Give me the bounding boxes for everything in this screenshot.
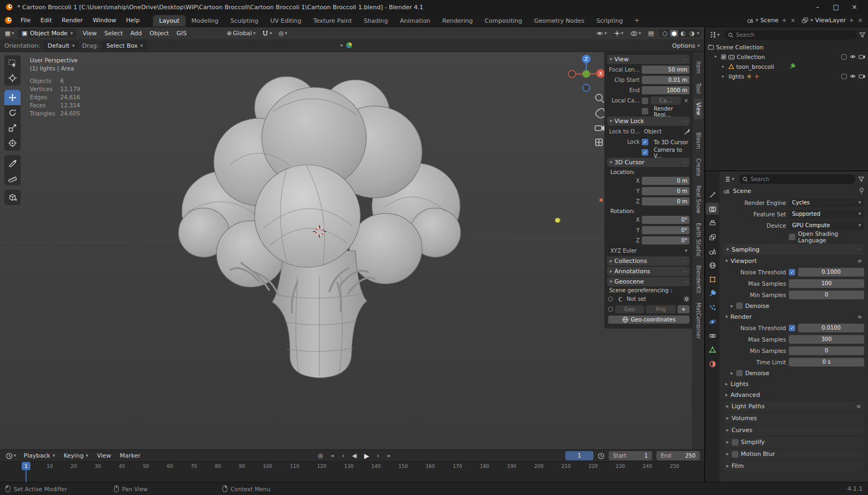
tab-world-properties[interactable] bbox=[706, 259, 719, 271]
eye-icon[interactable] bbox=[850, 74, 856, 79]
view-lock-panel-header[interactable]: ▾View Lock···· bbox=[607, 117, 690, 126]
expand-icon[interactable]: ▸ bbox=[722, 74, 726, 79]
cursor-rotation-x[interactable]: 0° bbox=[642, 216, 690, 224]
volumes-panel[interactable]: ▸Volumes bbox=[723, 413, 864, 423]
area-light-dot[interactable] bbox=[555, 218, 560, 223]
viewport-noise-field[interactable]: 0.1000 bbox=[798, 268, 864, 277]
select-box-tool[interactable] bbox=[4, 55, 21, 70]
new-viewlayer-button[interactable]: + bbox=[848, 17, 854, 23]
viewport-noise-checkbox[interactable]: ✓ bbox=[789, 269, 795, 275]
visibility-dropdown[interactable]: ▾ bbox=[595, 30, 609, 36]
previous-keyframe-button[interactable]: ‹ bbox=[340, 452, 346, 459]
simplify-panel[interactable]: ▸Simplify bbox=[723, 437, 864, 447]
add-projection-button[interactable]: + bbox=[678, 305, 690, 313]
add-cube-tool[interactable] bbox=[4, 190, 21, 205]
preview-range-icon[interactable] bbox=[598, 453, 604, 459]
device-dropdown[interactable]: GPU Compute▾ bbox=[789, 221, 864, 230]
shading-wireframe-button[interactable]: ○ bbox=[661, 30, 669, 37]
breadcrumb-scene[interactable]: Scene bbox=[733, 188, 751, 195]
auto-key-toggle[interactable]: ◎ bbox=[316, 452, 325, 459]
workspace-tab[interactable]: Animation bbox=[394, 15, 436, 27]
next-keyframe-button[interactable]: › bbox=[375, 452, 381, 459]
sidebar-tab[interactable]: Tool bbox=[694, 79, 703, 97]
jump-to-end-button[interactable]: » bbox=[385, 452, 392, 459]
clip-start-field[interactable]: 0.01 m bbox=[642, 76, 690, 84]
current-frame-field[interactable]: 1 bbox=[565, 451, 593, 460]
properties-search-input[interactable] bbox=[739, 175, 856, 184]
new-scene-button[interactable]: + bbox=[781, 17, 787, 23]
keying-menu[interactable]: Keying▾ bbox=[61, 451, 91, 460]
film-panel[interactable]: ▸Film bbox=[723, 461, 864, 471]
viewport-menu[interactable]: Object bbox=[146, 29, 173, 38]
sidebar-tab[interactable]: Earth Studio bbox=[694, 219, 703, 260]
sidebar-tab[interactable]: BlenderKit bbox=[694, 261, 703, 297]
crs-radio[interactable] bbox=[608, 297, 613, 301]
viewport-menu[interactable]: Select bbox=[100, 29, 126, 38]
time-limit-field[interactable]: 0 s bbox=[789, 358, 864, 367]
viewport-canvas[interactable]: Z X bbox=[0, 52, 704, 449]
shading-dropdown[interactable]: ▾ bbox=[697, 31, 699, 36]
camera-render-icon[interactable] bbox=[859, 74, 865, 79]
transform-orientation-dropdown[interactable]: ⊕Global▾ bbox=[225, 29, 257, 37]
menubar-menu[interactable]: Render bbox=[57, 15, 88, 25]
unlink-scene-button[interactable]: × bbox=[790, 17, 796, 23]
workspace-tab[interactable]: Shading bbox=[358, 15, 394, 27]
xray-toggle[interactable]: ▤ bbox=[647, 29, 655, 37]
osl-checkbox[interactable] bbox=[789, 234, 795, 240]
jump-to-start-button[interactable]: « bbox=[329, 452, 336, 459]
tab-tool-properties[interactable] bbox=[706, 189, 719, 201]
play-reverse-button[interactable]: ◀ bbox=[350, 452, 358, 459]
add-workspace-button[interactable]: + bbox=[630, 15, 643, 25]
collection-exclude-checkbox[interactable]: ✓ bbox=[721, 54, 726, 60]
transform-tool[interactable] bbox=[4, 136, 21, 151]
workspace-tab[interactable]: Geometry Nodes bbox=[528, 15, 590, 27]
frame-start-field[interactable]: Start1 bbox=[609, 451, 652, 460]
sidebar-tab[interactable]: MatCombiner bbox=[694, 299, 703, 343]
eye-icon[interactable] bbox=[850, 54, 856, 59]
render-denoise-subpanel[interactable]: ▸Denoise bbox=[723, 368, 864, 378]
tab-modifier-properties[interactable] bbox=[706, 287, 719, 299]
lock-to-object-field[interactable]: Object bbox=[642, 127, 682, 136]
workspace-tab[interactable]: Layout bbox=[153, 15, 185, 27]
simplify-checkbox[interactable] bbox=[732, 439, 738, 446]
curves-panel[interactable]: ▸Curves bbox=[723, 425, 864, 435]
workspace-tab[interactable]: Sculpting bbox=[225, 15, 264, 27]
filter-icon[interactable] bbox=[859, 32, 865, 38]
view-menu[interactable]: View bbox=[94, 451, 114, 460]
sampling-panel-header[interactable]: ▾Sampling···· bbox=[723, 244, 864, 255]
filter-icon[interactable] bbox=[858, 176, 864, 182]
expand-icon[interactable]: ▾ bbox=[714, 54, 719, 59]
annotate-tool[interactable] bbox=[4, 155, 21, 170]
tab-scene-properties[interactable] bbox=[706, 245, 719, 257]
options-dropdown[interactable]: Options▾ bbox=[672, 42, 700, 49]
proj-button[interactable]: Proj bbox=[646, 305, 675, 313]
viewport-denoise-checkbox[interactable] bbox=[736, 303, 743, 309]
tab-render-properties[interactable] bbox=[706, 203, 719, 215]
blender-menu-icon[interactable] bbox=[4, 16, 12, 24]
sidebar-tab[interactable]: Blosm bbox=[694, 128, 703, 153]
workspace-tab[interactable]: Texture Paint bbox=[308, 15, 358, 27]
viewport-sampling-subpanel[interactable]: ▾Viewport≡ bbox=[723, 256, 864, 266]
measure-tool[interactable] bbox=[4, 170, 21, 185]
timeline-ruler[interactable]: 1020304050607080901001101201301401501601… bbox=[0, 461, 704, 482]
playhead[interactable]: 1 bbox=[22, 462, 30, 482]
light-dot[interactable] bbox=[599, 198, 603, 202]
sidebar-tab[interactable]: Real Snow bbox=[694, 182, 703, 217]
play-button[interactable]: ▶ bbox=[362, 452, 371, 460]
viewport-popover-toggle[interactable]: ▸ bbox=[341, 42, 353, 49]
orientation-dropdown[interactable]: Default▾ bbox=[43, 41, 79, 50]
tab-constraint-properties[interactable] bbox=[706, 330, 719, 342]
pan-hand-icon[interactable] bbox=[596, 108, 605, 118]
camera-view-icon[interactable] bbox=[595, 126, 604, 131]
sidebar-tab[interactable]: Item bbox=[694, 57, 703, 78]
viewport-min-samples-field[interactable]: 0 bbox=[789, 291, 864, 299]
proportional-editing-toggle[interactable]: ◎▾ bbox=[277, 29, 289, 37]
sidebar-tab[interactable]: View bbox=[694, 99, 703, 119]
preset-menu-icon[interactable]: ≡ bbox=[857, 403, 861, 409]
render-engine-dropdown[interactable]: Cycles▾ bbox=[789, 198, 864, 207]
cursor-rotation-y[interactable]: 0° bbox=[642, 226, 690, 234]
outliner-row-toon-broccoli[interactable]: ▸ toon_broccoli bbox=[708, 62, 865, 71]
selectable-checkbox[interactable] bbox=[841, 54, 847, 60]
render-min-samples-field[interactable]: 0 bbox=[789, 346, 864, 355]
outliner-row-scene-collection[interactable]: Scene Collection bbox=[708, 42, 865, 52]
